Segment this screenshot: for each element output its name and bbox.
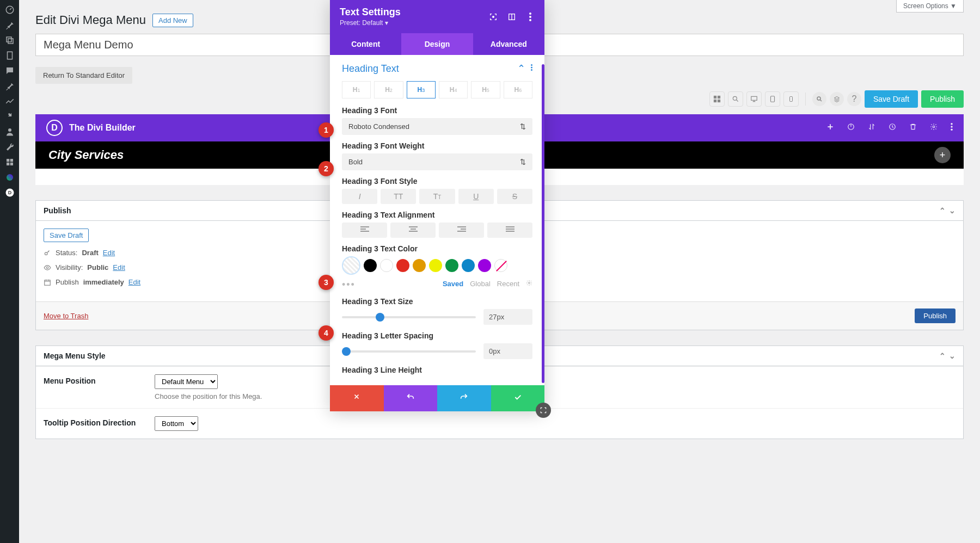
color-swatch-5[interactable] [445,259,458,272]
size-slider[interactable] [342,316,476,318]
power-icon[interactable] [847,123,855,133]
color-swatch-2[interactable] [396,259,409,272]
grid-icon[interactable] [709,91,725,107]
font-select[interactable]: Roboto Condensed⇅ [342,118,532,135]
color-swatch-6[interactable] [462,259,475,272]
gear-icon[interactable] [930,123,938,133]
desktop-icon[interactable] [746,91,762,107]
underline-button[interactable]: U [458,189,494,204]
align-center-button[interactable] [390,223,436,238]
align-left-button[interactable] [342,223,387,238]
screen-options-toggle[interactable]: Screen Options ▼ [896,0,964,13]
mobile-icon[interactable] [783,91,799,107]
svg-rect-18 [789,97,792,102]
color-swatch-7[interactable] [478,259,491,272]
tablet-icon[interactable] [765,91,780,107]
align-justify-button[interactable] [487,223,532,238]
pages-icon[interactable] [3,49,16,62]
heading-level-3[interactable]: H3 [407,81,436,98]
sort-icon[interactable] [868,123,875,133]
add-new-button[interactable]: Add New [152,14,193,27]
plugins-icon[interactable] [3,110,16,123]
heading-level-1[interactable]: H1 [342,81,371,98]
divi-icon[interactable]: D [3,186,16,199]
publish-button-meta[interactable]: Publish [915,308,955,323]
align-right-button[interactable] [439,223,484,238]
heading-level-4[interactable]: H4 [439,81,468,98]
color-swatch-current[interactable] [342,256,360,275]
column-icon[interactable] [507,13,516,21]
add-icon[interactable] [826,123,834,133]
more-colors-icon[interactable]: ••• [342,279,356,291]
return-standard-editor-button[interactable]: Return To Standard Editor [35,67,132,84]
history-icon[interactable] [889,123,896,133]
more-icon[interactable] [526,13,535,21]
cancel-button[interactable] [330,385,384,411]
publish-edit-link[interactable]: Edit [128,278,140,286]
zoom-icon[interactable] [728,91,743,107]
comments-icon[interactable] [3,64,16,77]
color-swatch-0[interactable] [364,259,377,272]
weight-select[interactable]: Bold⇅ [342,153,532,170]
chevron-up-icon[interactable]: ⌃ [939,351,946,360]
trash-icon[interactable] [909,123,917,133]
save-draft-button[interactable]: Save Draft [865,90,918,108]
color-swatch-1[interactable] [380,259,393,272]
focus-icon[interactable] [489,13,498,21]
more-icon[interactable] [951,123,953,133]
svg-point-19 [817,97,820,100]
scrollbar[interactable] [542,64,544,383]
settings-icon[interactable] [3,156,16,169]
heading-level-5[interactable]: H5 [471,81,500,98]
strikethrough-button[interactable]: S [497,189,532,204]
visibility-edit-link[interactable]: Edit [113,263,125,272]
heading-level-6[interactable]: H6 [504,81,532,98]
layers-icon[interactable] [830,92,844,106]
color-gear-icon[interactable] [526,280,532,288]
dashboard-icon[interactable] [3,3,16,16]
color-swatch-reset[interactable] [494,259,507,272]
move-to-trash-link[interactable]: Move to Trash [44,312,88,320]
undo-button[interactable] [384,385,438,411]
tools-icon[interactable] [3,140,16,153]
chevron-down-icon[interactable]: ⌄ [949,206,955,215]
theme-icon[interactable] [3,171,16,184]
help-icon[interactable]: ? [847,92,861,106]
tab-design[interactable]: Design [401,33,473,55]
italic-button[interactable]: I [342,189,377,204]
tooltip-position-select[interactable]: Bottom [155,416,198,431]
spacing-slider[interactable] [342,350,476,353]
color-tab-global[interactable]: Global [470,280,491,288]
menu-position-select[interactable]: Default Menu [155,374,218,389]
chevron-up-icon[interactable]: ⌃ [517,63,525,75]
heading-level-2[interactable]: H2 [374,81,403,98]
status-edit-link[interactable]: Edit [103,249,115,257]
search-icon[interactable] [812,92,826,106]
smallcaps-button[interactable]: TT [419,189,455,204]
pin-icon[interactable] [3,18,16,32]
tab-content[interactable]: Content [330,33,401,55]
chevron-up-icon[interactable]: ⌃ [939,206,946,215]
redo-button[interactable] [437,385,491,411]
chevron-down-icon[interactable]: ⌄ [949,351,955,360]
more-icon[interactable] [531,63,532,75]
appearance-icon[interactable] [3,95,16,108]
media-icon[interactable] [3,34,16,47]
color-swatch-4[interactable] [429,259,442,272]
resize-handle-icon[interactable] [536,403,551,418]
publish-button[interactable]: Publish [921,90,964,108]
save-draft-button-meta[interactable]: Save Draft [44,229,89,242]
pin2-icon[interactable] [3,79,16,92]
users-icon[interactable] [3,125,16,138]
size-value-input[interactable]: 27px [483,309,532,325]
uppercase-button[interactable]: TT [381,189,416,204]
spacing-value-input[interactable]: 0px [483,343,532,359]
add-module-icon[interactable]: + [934,147,951,163]
tab-advanced[interactable]: Advanced [473,33,544,55]
panel-preset[interactable]: Preset: Default ▾ [340,19,401,27]
color-tab-recent[interactable]: Recent [497,280,519,288]
status-value: Draft [82,249,98,257]
color-tab-saved[interactable]: Saved [443,280,463,288]
color-swatch-3[interactable] [413,259,426,272]
section-heading-text[interactable]: Heading Text [342,63,399,75]
